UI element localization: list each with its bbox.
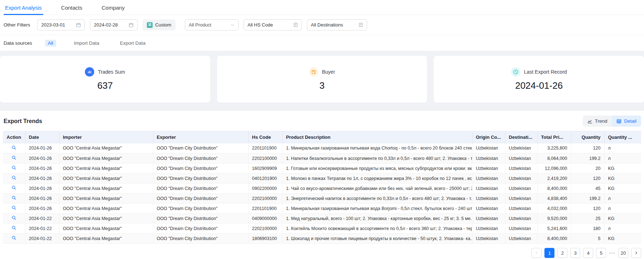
buyer-card: Buyer 3	[217, 56, 427, 103]
table-row: 2024-01-26OOO "Central Asia Megastar"OOO…	[3, 194, 641, 204]
search-icon	[11, 186, 16, 191]
cell-exporter: OOO "Dream City Distribution"	[153, 174, 248, 184]
product-select[interactable]: All Product	[185, 19, 239, 30]
cell-description: 1. Шоколад и прочие готовые пищевые прод…	[282, 234, 472, 244]
cell-exporter: OOO "Dream City Distribution"	[153, 143, 248, 153]
custom-range-button[interactable]: ⌘ Custom	[143, 19, 176, 30]
tab-contacts[interactable]: Contacts	[60, 1, 84, 15]
cell-quantity: 120	[571, 174, 604, 184]
cell-importer: OOO "Central Asia Megastar"	[59, 174, 153, 184]
detail-view-button[interactable]: Detail	[612, 116, 641, 127]
view-detail-button[interactable]	[3, 174, 25, 184]
cell-destination: Uzbekistan	[505, 224, 537, 234]
previous-page-button[interactable]	[532, 248, 542, 258]
cell-hs-code: 2202100000	[248, 153, 282, 163]
page-button-3[interactable]: 3	[570, 248, 580, 258]
cell-description: 1. Минеральная газированная питьевая вод…	[282, 143, 472, 153]
cell-hs-code: 2202100000	[248, 194, 282, 204]
clock-icon	[511, 67, 520, 77]
destinations-select[interactable]: All Destinations	[307, 19, 367, 30]
page-button-20[interactable]: 20	[618, 248, 628, 258]
view-detail-button[interactable]	[3, 224, 25, 234]
column-header-importer: Importer	[59, 131, 153, 143]
calendar-icon	[129, 23, 134, 28]
cell-origin: Uzbekistan	[472, 224, 505, 234]
table-row: 2024-01-26OOO "Central Asia Megastar"OOO…	[3, 174, 641, 184]
trend-button-label: Trend	[595, 118, 607, 124]
hs-code-select[interactable]: All HS Code	[244, 19, 302, 30]
table-row: 2024-01-26OOO "Central Asia Megastar"OOO…	[3, 204, 641, 214]
source-all[interactable]: All	[45, 40, 56, 47]
table-header-row: Action Date Importer Exporter Hs Code Pr…	[3, 131, 641, 143]
cell-total-price: 4,838,400	[537, 194, 571, 204]
cell-origin: Uzbekistan	[472, 204, 505, 214]
cell-date: 2024-01-26	[25, 153, 59, 163]
calendar-icon	[76, 23, 81, 28]
source-import-data[interactable]: Import Data	[71, 40, 102, 47]
cell-total-price: 2,419,200	[537, 174, 571, 184]
cell-quantity: 25	[571, 214, 604, 224]
table-row: 2024-01-22OOO "Central Asia Megastar"OOO…	[3, 224, 641, 234]
filter-bar: Other Filters 2023-03-01 2024-02-28 ⌘ Cu…	[0, 15, 644, 35]
cell-quantity: 45	[571, 184, 604, 194]
view-detail-button[interactable]	[3, 163, 25, 174]
view-detail-button[interactable]	[3, 194, 25, 204]
cell-description: 1. Коктейль Мохито освежающий в ассортим…	[282, 224, 472, 234]
date-from-input[interactable]: 2023-03-01	[37, 19, 85, 30]
tab-export-analysis[interactable]: Export Analysis	[4, 1, 43, 15]
trades-sum-card: Trades Sum 637	[0, 56, 210, 103]
search-icon	[11, 236, 16, 241]
search-icon	[11, 206, 16, 211]
search-icon	[11, 196, 16, 201]
view-detail-button[interactable]	[3, 153, 25, 163]
cell-quantity: 120	[571, 204, 604, 214]
page-button-5[interactable]: 5	[596, 248, 606, 258]
column-header-total-price: Total Pri...	[537, 131, 571, 143]
cell-date: 2024-01-22	[25, 234, 59, 244]
page-button-2[interactable]: 2	[557, 248, 567, 258]
page-button-1[interactable]: 1	[544, 248, 554, 258]
page-ellipsis[interactable]: •••	[609, 251, 615, 255]
next-page-button[interactable]	[631, 248, 641, 258]
cell-destination: Uzbekistan	[505, 174, 537, 184]
cell-importer: OOO "Central Asia Megastar"	[59, 234, 153, 244]
other-filters-label: Other Filters	[4, 22, 30, 28]
view-detail-button[interactable]	[3, 214, 25, 224]
list-document-icon	[293, 23, 298, 27]
cell-quantity-unit: KG	[604, 184, 641, 194]
tab-company[interactable]: Company	[100, 1, 126, 15]
cell-quantity: 199.2	[571, 153, 604, 163]
cell-hs-code: 1602909909	[248, 163, 282, 174]
cell-quantity: 120	[571, 143, 604, 153]
export-trends-title: Export Trends	[4, 118, 42, 124]
date-from-value: 2023-03-01	[41, 22, 65, 28]
cell-total-price: 8,400,000	[537, 184, 571, 194]
cell-destination: Uzbekistan	[505, 204, 537, 214]
page-button-4[interactable]: 4	[583, 248, 593, 258]
date-to-input[interactable]: 2024-02-28	[90, 19, 138, 30]
cell-hs-code: 1806903100	[248, 234, 282, 244]
cell-total-price: 12,096,000	[537, 163, 571, 174]
detail-button-label: Detail	[624, 118, 636, 124]
last-export-record-value: 2024-01-26	[515, 80, 563, 91]
list-document-icon	[359, 23, 363, 27]
search-icon	[11, 146, 16, 151]
cell-origin: Uzbekistan	[472, 194, 505, 204]
view-toggle: Trend Detail	[583, 116, 641, 127]
cell-quantity-unit: л	[604, 204, 641, 214]
view-detail-button[interactable]	[3, 184, 25, 194]
cell-description: 1. Готовые или консервированные продукты…	[282, 163, 472, 174]
trades-sum-label: Trades Sum	[98, 69, 125, 75]
trend-view-button[interactable]: Trend	[583, 116, 612, 127]
cell-exporter: OOO "Dream City Distribution"	[153, 153, 248, 163]
view-detail-button[interactable]	[3, 204, 25, 214]
cell-importer: OOO "Central Asia Megastar"	[59, 214, 153, 224]
cell-destination: Uzbekistan	[505, 163, 537, 174]
cell-origin: Uzbekistan	[472, 153, 505, 163]
view-detail-button[interactable]	[3, 234, 25, 244]
cell-date: 2024-01-26	[25, 184, 59, 194]
cell-total-price: 3,225,600	[537, 143, 571, 153]
table-row: 2024-01-22OOO "Central Asia Megastar"OOO…	[3, 234, 641, 244]
source-export-data[interactable]: Export Data	[117, 40, 148, 47]
view-detail-button[interactable]	[3, 143, 25, 153]
